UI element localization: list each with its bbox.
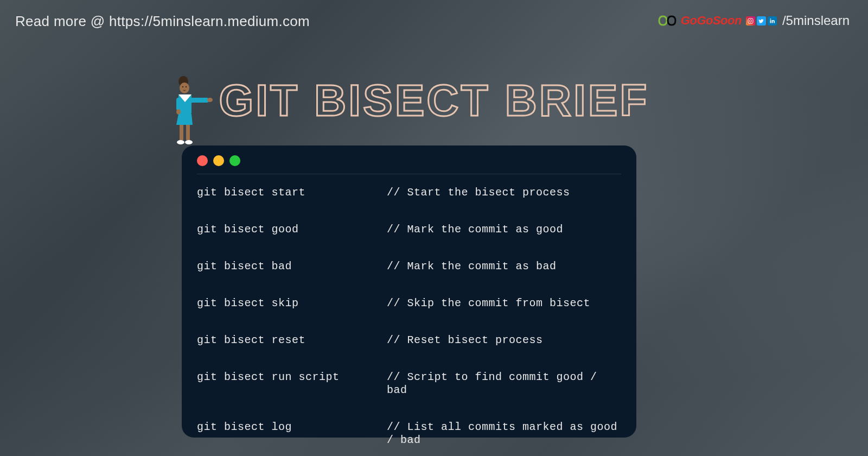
page-title: GIT BISECT BRIEF bbox=[219, 75, 649, 126]
pointing-character-illustration bbox=[164, 75, 213, 145]
twitter-icon[interactable] bbox=[757, 16, 766, 26]
brand-name: GoGoSoon bbox=[681, 14, 742, 28]
brand-logo: GoGoSoon bbox=[655, 14, 742, 28]
svg-rect-0 bbox=[748, 18, 753, 23]
header-right-block: GoGoSoon /5minslearn bbox=[655, 13, 850, 28]
svg-point-7 bbox=[182, 86, 183, 87]
svg-point-11 bbox=[207, 98, 213, 102]
svg-rect-10 bbox=[188, 98, 209, 103]
svg-point-16 bbox=[177, 140, 184, 144]
command-row: git bisect skip // Skip the commit from … bbox=[197, 297, 621, 310]
minimize-icon bbox=[213, 155, 224, 166]
command-row: git bisect start // Start the bisect pro… bbox=[197, 186, 621, 199]
svg-point-17 bbox=[185, 140, 193, 144]
terminal-window: git bisect start // Start the bisect pro… bbox=[182, 145, 636, 438]
command-description: // Mark the commit as good bbox=[387, 223, 621, 236]
command-text: git bisect run script bbox=[197, 371, 387, 397]
svg-point-3 bbox=[770, 18, 771, 20]
command-text: git bisect reset bbox=[197, 334, 387, 347]
svg-point-6 bbox=[180, 83, 189, 93]
command-description: // Skip the commit from bisect bbox=[387, 297, 621, 310]
svg-point-8 bbox=[186, 86, 187, 87]
command-description: // Script to find commit good / bad bbox=[387, 371, 621, 397]
read-more-text: Read more @ https://5minslearn.medium.co… bbox=[15, 13, 310, 30]
social-handle-text: /5minslearn bbox=[782, 13, 850, 28]
command-description: // Mark the commit as bad bbox=[387, 260, 621, 273]
svg-point-5 bbox=[181, 77, 187, 82]
svg-rect-12 bbox=[176, 98, 181, 111]
svg-rect-2 bbox=[770, 20, 771, 23]
svg-rect-15 bbox=[186, 125, 190, 140]
command-row: git bisect run script // Script to find … bbox=[197, 371, 621, 397]
command-text: git bisect start bbox=[197, 186, 387, 199]
window-controls bbox=[197, 155, 621, 174]
maximize-icon bbox=[229, 155, 240, 166]
command-row: git bisect reset // Reset bisect process bbox=[197, 334, 621, 347]
command-row: git bisect log // List all commits marke… bbox=[197, 421, 621, 447]
svg-point-1 bbox=[749, 20, 751, 22]
command-description: // Reset bisect process bbox=[387, 334, 621, 347]
command-text: git bisect skip bbox=[197, 297, 387, 310]
command-text: git bisect good bbox=[197, 223, 387, 236]
social-icons-group bbox=[746, 16, 777, 26]
close-icon bbox=[197, 155, 208, 166]
command-row: git bisect good // Mark the commit as go… bbox=[197, 223, 621, 236]
svg-point-13 bbox=[176, 109, 181, 115]
instagram-icon[interactable] bbox=[746, 16, 755, 26]
command-text: git bisect log bbox=[197, 421, 387, 447]
terminal-content: git bisect start // Start the bisect pro… bbox=[197, 178, 621, 447]
command-description: // Start the bisect process bbox=[387, 186, 621, 199]
linkedin-icon[interactable] bbox=[768, 16, 777, 26]
logo-swirl-icon bbox=[655, 14, 680, 28]
command-description: // List all commits marked as good / bad bbox=[387, 421, 621, 447]
command-text: git bisect bad bbox=[197, 260, 387, 273]
command-row: git bisect bad // Mark the commit as bad bbox=[197, 260, 621, 273]
svg-rect-14 bbox=[180, 125, 183, 140]
